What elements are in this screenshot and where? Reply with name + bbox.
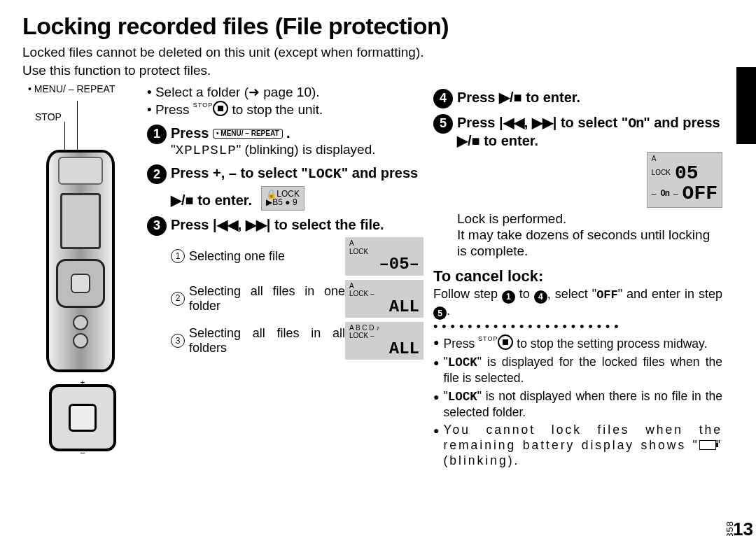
- page-title: Locking recorded files (File protection): [22, 13, 722, 40]
- substep-1: 1: [171, 249, 185, 263]
- step-1: Press • MENU/ – REPEAT . "XPLPSLP" (blin…: [171, 125, 424, 160]
- select-one-file: Selecting one file: [189, 249, 345, 264]
- cancel-lock-text: Follow step 1 to 4, select "OFF" and ent…: [433, 287, 722, 320]
- cancel-lock-heading: To cancel lock:: [433, 267, 722, 285]
- lcd-lock-menu: 🔒LOCK ▶B5 ● 9: [261, 186, 304, 211]
- play-stop-icon: ▶/■: [171, 192, 194, 208]
- step-4: Press ▶/■ to enter.: [457, 89, 722, 108]
- lcd-one-file: A LOCK –05–: [345, 237, 424, 275]
- forward-icon: ▶▶|: [246, 217, 271, 232]
- select-folder-files: Selecting all files in one folder: [189, 284, 345, 313]
- prep-select-folder: Select a folder (➜ page 10).: [147, 83, 424, 101]
- stop-icon: [213, 101, 228, 116]
- substep-2: 2: [171, 292, 185, 306]
- play-stop-icon: ▶/■: [457, 133, 480, 148]
- step-number-5: 5: [433, 114, 453, 134]
- step-5: Press |◀◀, ▶▶| to select "On" and press …: [457, 114, 722, 260]
- lock-performed-note: Lock is performed.: [457, 211, 722, 227]
- step-2: Press +, – to select "LOCK" and press ▶/…: [171, 164, 424, 211]
- prep-press-stop: Press STOP to stop the unit.: [147, 101, 424, 119]
- note-stop-midway: Press STOP to stop the setting process m…: [443, 334, 722, 352]
- lcd-on-off: A LOCK05 –On–OFF: [647, 152, 722, 207]
- joystick-enlarged-icon: + –: [49, 384, 116, 451]
- rewind-icon: |◀◀: [213, 217, 238, 232]
- minus-label: –: [80, 448, 85, 458]
- notes-list: Press STOP to stop the setting process m…: [433, 334, 722, 469]
- note-lock-displayed: "LOCK" is displayed for the locked files…: [443, 355, 722, 386]
- rewind-icon: |◀◀: [499, 115, 524, 130]
- recorder-body-icon: [46, 150, 115, 372]
- intro-line-2: Use this function to protect files.: [22, 62, 722, 79]
- leader-line: [77, 101, 78, 150]
- note-lock-not-displayed: "LOCK" is not displayed when there is no…: [443, 389, 722, 421]
- preparation-list: Select a folder (➜ page 10). Press STOP …: [147, 83, 424, 119]
- menu-repeat-button-icon: • MENU/ – REPEAT: [213, 129, 282, 139]
- intro-line-1: Locked files cannot be deleted on this u…: [22, 44, 722, 61]
- play-stop-icon: ▶/■: [499, 90, 522, 105]
- substep-3: 3: [171, 334, 185, 348]
- step-number-1: 1: [147, 125, 167, 144]
- page-number: 13: [733, 519, 753, 536]
- lcd-all-folders: A B C D ♪ LOCK – ALL: [345, 322, 424, 360]
- step-number-2: 2: [147, 164, 167, 184]
- thumb-tab: [736, 67, 756, 144]
- lock-duration-note: It may take dozens of seconds until lock…: [457, 227, 722, 259]
- battery-icon: [699, 440, 716, 450]
- leader-line: [64, 122, 65, 150]
- plus-label: +: [80, 378, 85, 388]
- select-all-files: Selecting all files in all folders: [189, 326, 345, 355]
- step-number-4: 4: [433, 89, 453, 108]
- step-number-3: 3: [147, 216, 167, 236]
- callout-menu-repeat: • MENU/ – REPEAT: [28, 83, 115, 94]
- lcd-folder-all: A LOCK – ALL: [345, 280, 424, 318]
- stop-icon: [498, 334, 513, 350]
- forward-icon: ▶▶|: [532, 115, 557, 130]
- device-illustration: • MENU/ – REPEAT STOP + –: [22, 83, 141, 475]
- dotted-rule: ••••••••••••••••••••••: [433, 324, 722, 330]
- step-3: Press |◀◀, ▶▶| to select the file. 1 Sel…: [171, 216, 424, 364]
- note-battery: You cannot lock files when the remaining…: [443, 423, 722, 469]
- callout-stop: STOP: [35, 111, 62, 122]
